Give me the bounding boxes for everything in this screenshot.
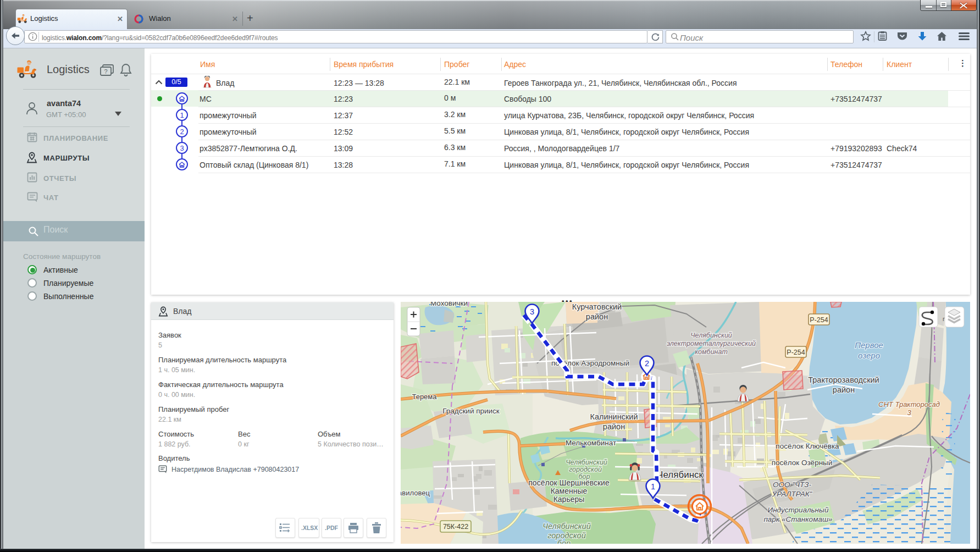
svg-text:Терема: Терема bbox=[412, 393, 437, 401]
svg-text:озеро: озеро bbox=[858, 351, 880, 360]
svg-text:посёлок Озёрный: посёлок Озёрный bbox=[772, 459, 833, 467]
svg-text:Первое: Первое bbox=[855, 340, 883, 350]
svg-text:УРАЛТРАК": УРАЛТРАК" bbox=[772, 490, 813, 498]
svg-text:Челябинский: Челябинский bbox=[566, 459, 607, 466]
svg-text:Мелькомбинат: Мелькомбинат bbox=[566, 439, 616, 447]
svg-text:район: район bbox=[586, 312, 608, 321]
svg-text:посёлок Шершнёвские: посёлок Шершнёвские bbox=[528, 478, 610, 487]
svg-text:авиловец: авиловец bbox=[401, 489, 430, 497]
svg-text:городской: городской bbox=[569, 466, 602, 473]
svg-text:2: 2 bbox=[645, 359, 649, 368]
svg-text:Челябинск: Челябинск bbox=[657, 470, 703, 480]
svg-text:1: 1 bbox=[651, 482, 655, 491]
svg-text:электрометаллургический: электрометаллургический bbox=[667, 340, 756, 347]
svg-text:СНТ Тракторосад: СНТ Тракторосад bbox=[878, 400, 940, 409]
svg-text:Курчатовский: Курчатовский bbox=[572, 302, 622, 311]
svg-text:3: 3 bbox=[907, 409, 911, 417]
svg-text:посёлок Ключёвка: посёлок Ключёвка bbox=[776, 442, 839, 450]
svg-text:ООО "ЧТЗ-: ООО "ЧТЗ- bbox=[773, 481, 812, 489]
svg-text:район: район bbox=[833, 385, 855, 394]
svg-text:Индустриальный: Индустриальный bbox=[768, 506, 829, 514]
svg-text:Р-254: Р-254 bbox=[787, 349, 805, 356]
svg-text:бор: бор bbox=[579, 473, 590, 481]
svg-text:Карьеры: Карьеры bbox=[553, 495, 585, 504]
svg-text:Тракторозаводский: Тракторозаводский bbox=[808, 376, 879, 384]
svg-text:?: ? bbox=[104, 68, 107, 75]
svg-text:Градский прииск: Градский прииск bbox=[442, 407, 500, 415]
svg-text:75К-422: 75К-422 bbox=[443, 523, 468, 531]
svg-text:Калининский: Калининский bbox=[590, 412, 638, 421]
svg-text:Каменные: Каменные bbox=[551, 487, 588, 495]
svg-text:комбинат: комбинат bbox=[695, 348, 728, 356]
svg-text:Челябинский: Челябинский bbox=[542, 522, 591, 531]
svg-text:Р-254: Р-254 bbox=[810, 316, 828, 324]
svg-text:район: район bbox=[603, 422, 625, 431]
svg-text:парк «Станкомаш»: парк «Станкомаш» bbox=[763, 515, 832, 523]
svg-text:Челябинский: Челябинский bbox=[690, 332, 732, 339]
svg-text:Моховички: Моховички bbox=[430, 302, 468, 307]
svg-text:3: 3 bbox=[530, 307, 534, 316]
svg-text:бор: бор bbox=[557, 539, 571, 544]
